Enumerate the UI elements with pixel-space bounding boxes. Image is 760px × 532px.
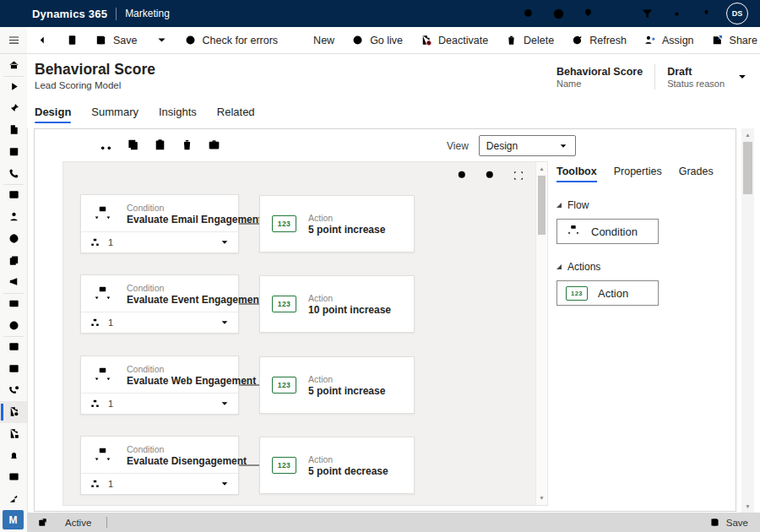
sidebar-item-phone-settings[interactable] (0, 379, 27, 401)
canvas-scrollbar[interactable]: ▲ ▼ (535, 162, 547, 505)
branch-count-icon (90, 399, 100, 410)
condition-card[interactable]: Condition Evaluate Event Engagement 1 (80, 274, 239, 334)
refresh-button[interactable]: Refresh (562, 27, 635, 53)
add-tile-button[interactable] (72, 138, 86, 152)
action-card[interactable]: 123 Action 10 point increase (259, 275, 415, 333)
toolbox-condition-item[interactable]: Condition (556, 219, 659, 244)
cut-button[interactable] (99, 138, 113, 152)
sidebar-item-pages[interactable] (0, 336, 27, 358)
tab-design[interactable]: Design (35, 106, 71, 123)
delete-button[interactable]: Delete (497, 27, 562, 53)
sidebar-item-content[interactable] (0, 119, 27, 141)
record-header: Behavioral Score Lead Scoring Model Beha… (27, 54, 760, 128)
panel-tab-grades[interactable]: Grades (679, 166, 714, 182)
save-split-chevron[interactable] (148, 27, 176, 53)
fit-to-screen-icon[interactable] (512, 169, 525, 182)
action-card[interactable]: 123 Action 5 point increase (259, 195, 415, 252)
scrollbar-thumb[interactable] (743, 142, 752, 194)
condition-card[interactable]: Condition Evaluate Email Engagement 1 (80, 194, 239, 253)
snapshot-button[interactable] (207, 138, 221, 152)
copy-button[interactable] (126, 138, 140, 152)
help-icon[interactable] (692, 0, 721, 27)
sidebar-item-scoring-models[interactable] (0, 401, 27, 423)
search-icon[interactable] (514, 0, 544, 27)
back-button[interactable] (30, 27, 58, 53)
sidebar-item-notifications[interactable] (0, 444, 27, 466)
condition-card[interactable]: Condition Evaluate Disengagement 1 (80, 436, 239, 495)
design-canvas[interactable]: Condition Evaluate Email Engagement 1 12… (62, 161, 548, 506)
tab-related[interactable]: Related (217, 106, 255, 123)
expand-button[interactable] (234, 138, 248, 152)
panel-tab-toolbox[interactable]: Toolbox (556, 166, 597, 182)
scroll-down-arrow[interactable]: ▼ (741, 502, 754, 512)
delete-tile-button[interactable] (180, 138, 194, 152)
sidebar-item-saved-records[interactable] (0, 423, 27, 445)
share-button[interactable]: Share (703, 27, 760, 53)
action-123-icon: 123 (566, 286, 588, 301)
settings-gear-icon[interactable] (662, 0, 692, 27)
scroll-up-arrow[interactable]: ▲ (536, 164, 547, 174)
flow-section-header[interactable]: Flow (556, 199, 736, 211)
popout-icon[interactable] (37, 517, 48, 528)
sidebar-item-pinned[interactable] (0, 97, 27, 119)
user-avatar[interactable]: DS (726, 3, 748, 24)
zoom-out-icon[interactable] (456, 169, 470, 182)
go-live-button[interactable]: Go live (343, 27, 411, 53)
sidebar-item-campaigns[interactable] (0, 271, 27, 293)
chevron-down-icon[interactable] (220, 399, 230, 409)
filter-icon[interactable] (632, 0, 662, 27)
sidebar-item-customer-voice[interactable] (0, 314, 27, 336)
scroll-up-arrow[interactable]: ▲ (741, 130, 754, 140)
app-area-badge[interactable]: M (3, 510, 24, 529)
tile-type-label: Action (308, 373, 385, 385)
status-save-button[interactable]: Save (709, 517, 748, 528)
guided-check-icon[interactable] (544, 0, 573, 27)
sidebar-item-email[interactable] (0, 293, 27, 315)
panel-tab-properties[interactable]: Properties (614, 166, 662, 182)
new-button[interactable]: New (286, 27, 343, 53)
view-dropdown[interactable]: Design (479, 135, 576, 156)
form-selector-button[interactable] (58, 27, 86, 53)
scroll-down-arrow[interactable]: ▼ (536, 493, 547, 503)
sidebar-item-recent[interactable] (0, 76, 27, 98)
check-for-errors-button[interactable]: Check for errors (176, 27, 287, 53)
chevron-down-icon[interactable] (220, 237, 230, 247)
zoom-in-icon[interactable] (484, 169, 497, 182)
header-expand-chevron-icon[interactable] (736, 71, 748, 83)
action-card[interactable]: 123 Action 5 point increase (259, 356, 415, 414)
dynamics-brand[interactable]: Dynamics 365 (32, 8, 107, 20)
condition-card[interactable]: Condition Evaluate Web Engagement 1 (80, 356, 239, 415)
hamburger-menu-icon[interactable] (0, 27, 27, 53)
sidebar-item-monitor[interactable] (0, 466, 27, 488)
deactivate-button[interactable]: Deactivate (411, 27, 497, 53)
chevron-down-icon[interactable] (220, 479, 230, 489)
scrollbar-thumb[interactable] (538, 176, 546, 235)
lightbulb-icon[interactable] (573, 0, 603, 27)
command-bar: Save Check for errors New Go live Deacti… (27, 27, 760, 54)
page-scrollbar[interactable]: ▲ ▼ (741, 128, 754, 513)
chevron-down-icon[interactable] (220, 318, 230, 328)
quick-create-plus-icon[interactable] (603, 0, 632, 27)
actions-section-header[interactable]: Actions (556, 261, 736, 273)
sidebar-item-templates[interactable] (0, 249, 27, 271)
sidebar-item-images[interactable] (0, 184, 27, 206)
sidebar-item-contacts[interactable] (0, 206, 27, 228)
sidebar-item-calendar[interactable] (0, 141, 27, 163)
tab-insights[interactable]: Insights (159, 106, 197, 123)
app-name[interactable]: Marketing (125, 8, 170, 19)
action-card[interactable]: 123 Action 5 point decrease (259, 437, 415, 494)
sidebar-item-forms[interactable] (0, 358, 27, 380)
action-123-icon: 123 (272, 296, 296, 312)
collapse-triangle-icon (556, 264, 562, 269)
toolbox-action-item[interactable]: 123 Action (556, 280, 659, 306)
assign-button[interactable]: Assign (635, 27, 703, 53)
tile-type-label: Condition (127, 282, 233, 294)
tab-summary[interactable]: Summary (91, 106, 138, 123)
sidebar-item-social[interactable] (0, 228, 27, 250)
sidebar-item-phone[interactable] (0, 162, 27, 184)
paste-button[interactable] (153, 138, 167, 152)
sidebar-item-redirects[interactable] (0, 488, 27, 510)
sidebar-item-home[interactable] (0, 54, 27, 76)
tile-name: Evaluate Event Engagement (127, 294, 233, 307)
save-button[interactable]: Save (86, 27, 146, 53)
